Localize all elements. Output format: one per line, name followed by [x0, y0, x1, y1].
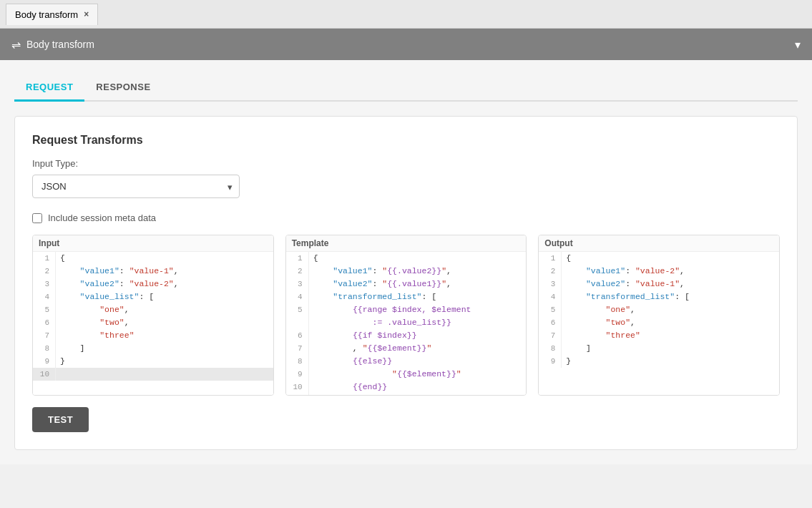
request-transforms-card: Request Transforms Input Type: JSON XML …	[14, 116, 798, 450]
code-line: 2 "value1": "value-2",	[539, 265, 779, 278]
code-line: 4 "value_list": [	[33, 290, 273, 303]
input-type-label: Input Type:	[32, 158, 780, 169]
input-type-select-wrapper: JSON XML Form ▾	[32, 175, 240, 198]
output-panel-label: Output	[539, 235, 779, 252]
code-line: 2 "value1": "{{.value2}}",	[286, 265, 527, 278]
code-line: 5 "one",	[539, 303, 779, 316]
code-line: 5 {{range $index, $element	[286, 303, 527, 316]
code-line: 9 "{{$element}}"	[286, 368, 527, 381]
code-line: 4 "transformed_list": [	[539, 290, 779, 303]
test-button[interactable]: TEST	[32, 407, 89, 432]
tab-close-button[interactable]: ×	[84, 9, 89, 19]
input-code-area[interactable]: 1{ 2 "value1": "value-1", 3 "value2": "v…	[33, 252, 273, 395]
code-line: 9}	[33, 355, 273, 368]
input-panel: Input 1{ 2 "value1": "value-1", 3 "value…	[32, 235, 274, 396]
code-line: := .value_list}}	[286, 316, 527, 329]
session-meta-row: Include session meta data	[32, 213, 780, 223]
panel-header-title: Body transform	[26, 39, 94, 50]
code-line: 6 {{if $index}}	[286, 329, 527, 342]
output-panel: Output 1{ 2 "value1": "value-2", 3 "valu…	[538, 235, 780, 396]
session-meta-checkbox[interactable]	[32, 213, 42, 223]
tab-label: Body transform	[15, 9, 78, 20]
panel-header-left: ⇌ Body transform	[11, 38, 94, 52]
tab-request[interactable]: REQUEST	[14, 74, 84, 102]
code-line: 11 {{end}}	[286, 394, 527, 395]
tab-response[interactable]: RESPONSE	[84, 74, 162, 102]
code-line: 7 "three"	[539, 329, 779, 342]
main-content: REQUEST RESPONSE Request Transforms Inpu…	[0, 60, 812, 464]
template-code-area[interactable]: 1{ 2 "value1": "{{.value2}}", 3 "value2"…	[286, 252, 527, 395]
input-panel-label: Input	[33, 235, 273, 252]
code-line: 10 {{end}}	[286, 381, 527, 394]
code-line: 6 "two",	[539, 316, 779, 329]
code-line: 3 "value2": "value-1",	[539, 278, 779, 290]
code-line: 5 "one",	[33, 303, 273, 316]
code-line: 7 , "{{$element}}"	[286, 342, 527, 355]
output-code-area[interactable]: 1{ 2 "value1": "value-2", 3 "value2": "v…	[539, 252, 779, 395]
input-type-select[interactable]: JSON XML Form	[32, 175, 240, 198]
request-response-tabs: REQUEST RESPONSE	[14, 74, 798, 102]
code-line: 9}	[539, 355, 779, 368]
template-panel-label: Template	[286, 235, 527, 252]
code-line: 4 "transformed_list": [	[286, 290, 527, 303]
code-line: 10	[33, 368, 273, 381]
code-line: 3 "value2": "value-2",	[33, 278, 273, 290]
tab-bar: Body transform ×	[0, 0, 812, 29]
code-line: 1{	[539, 252, 779, 265]
code-line: 1{	[286, 252, 527, 265]
code-line: 8 ]	[539, 342, 779, 355]
code-line: 8 ]	[33, 342, 273, 355]
template-panel: Template 1{ 2 "value1": "{{.value2}}", 3…	[285, 235, 527, 396]
chevron-down-icon[interactable]: ▾	[795, 38, 801, 52]
code-panels: Input 1{ 2 "value1": "value-1", 3 "value…	[32, 235, 780, 396]
code-line: 6 "two",	[33, 316, 273, 329]
body-transform-tab[interactable]: Body transform ×	[6, 4, 98, 25]
session-meta-label: Include session meta data	[48, 213, 156, 223]
code-line: 3 "value2": "{{.value1}}",	[286, 278, 527, 290]
panel-header: ⇌ Body transform ▾	[0, 29, 812, 60]
code-line: 2 "value1": "value-1",	[33, 265, 273, 278]
card-title: Request Transforms	[32, 134, 780, 147]
code-line: 1{	[33, 252, 273, 265]
code-line: 7 "three"	[33, 329, 273, 342]
code-line: 8 {{else}}	[286, 355, 527, 368]
transform-icon: ⇌	[11, 38, 21, 52]
